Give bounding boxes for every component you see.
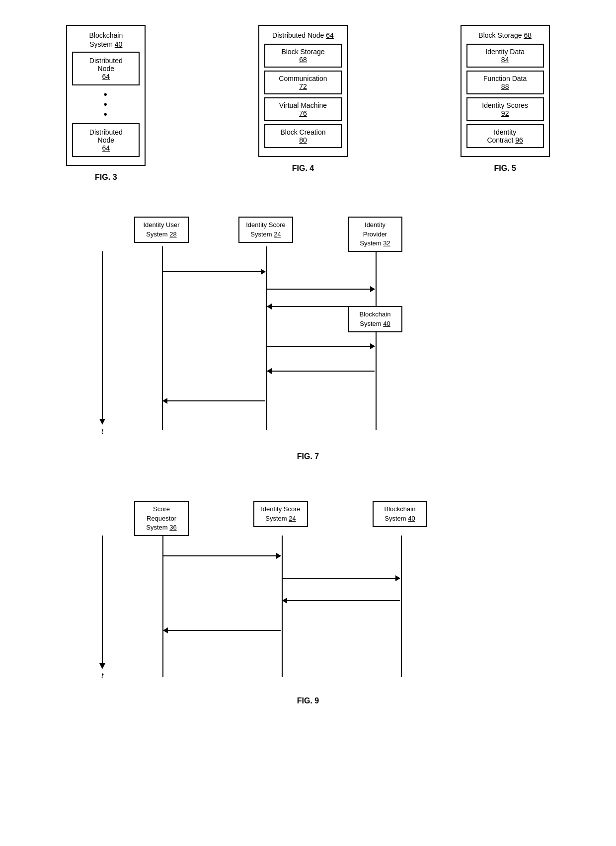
fig9-lifeline-bc: BlockchainSystem 40	[373, 501, 427, 527]
fig7-arrow-1-head	[261, 269, 266, 275]
fig7-arrow-2	[267, 289, 375, 290]
fig9-time-axis: t	[99, 536, 105, 680]
fig7-lifeline-ius: Identity UserSystem 28	[134, 217, 189, 242]
fig5-outer-title: Block Storage 68	[466, 31, 544, 40]
fig9-lifeline-iss: Identity ScoreSystem 24	[253, 501, 308, 527]
fig7-label: FIG. 7	[297, 452, 319, 461]
fig9-arrow-3	[283, 600, 400, 601]
fig7-time-axis: t	[99, 251, 105, 435]
fig4-box-3: Virtual Machine76	[264, 97, 342, 121]
fig3-dots: •••	[72, 89, 140, 119]
fig9-arrow-2-head	[395, 575, 400, 581]
fig7-arrow-5	[267, 371, 375, 372]
fig7-blockchain-box: BlockchainSystem 40	[348, 306, 402, 332]
fig7-arrow-3-head	[267, 304, 272, 309]
fig7-arrow-1	[163, 271, 265, 272]
fig5-box-1: Identity Data84	[466, 44, 544, 68]
fig7-vline-iss	[266, 246, 267, 430]
fig4-block: Distributed Node 64 Block Storage68 Comm…	[258, 25, 348, 173]
fig7-arrow-6	[163, 400, 265, 401]
fig5-box-2: Function Data88	[466, 71, 544, 94]
fig3-block: BlockchainSystem 40 DistributedNode64 ••…	[66, 25, 146, 182]
fig7-lifeline-iss: Identity ScoreSystem 24	[238, 217, 293, 242]
figures-row-top: BlockchainSystem 40 DistributedNode64 ••…	[10, 25, 606, 182]
fig5-label: FIG. 5	[494, 164, 516, 173]
fig7-arrow-4	[267, 346, 375, 347]
fig3-node1: DistributedNode64	[72, 52, 140, 85]
fig9-time-arrowhead	[99, 663, 105, 669]
fig5-outer-box: Block Storage 68 Identity Data84 Functio…	[461, 25, 550, 157]
fig7-time-label: t	[101, 427, 103, 435]
fig4-box-4: Block Creation80	[264, 124, 342, 148]
fig9-section: t ScoreRequestorSystem 36 Identity Score…	[10, 491, 606, 705]
fig5-block: Block Storage 68 Identity Data84 Functio…	[461, 25, 550, 173]
fig9-vline-iss	[282, 536, 283, 677]
fig7-time-arrowhead	[99, 419, 105, 425]
fig4-label: FIG. 4	[292, 164, 314, 173]
fig9-vline-sr	[162, 536, 163, 677]
fig7-arrow-6-head	[162, 398, 167, 404]
fig9-arrow-3-head	[282, 598, 287, 604]
fig9-diagram: t ScoreRequestorSystem 36 Identity Score…	[84, 491, 532, 690]
fig9-lifeline-sr: ScoreRequestorSystem 36	[134, 501, 189, 536]
fig7-diagram: t Identity UserSystem 28 Identity ScoreS…	[84, 207, 532, 445]
fig3-node2: DistributedNode64	[72, 123, 140, 157]
fig4-outer-title: Distributed Node 64	[264, 31, 342, 40]
fig9-vline-bc	[401, 536, 402, 677]
fig7-time-line	[102, 251, 103, 419]
fig9-arrow-4	[163, 630, 281, 631]
fig4-box-1: Block Storage68	[264, 44, 342, 68]
fig7-arrow-5-head	[267, 368, 272, 374]
fig9-arrow-1	[163, 555, 281, 556]
fig5-box-4: IdentityContract 96	[466, 124, 544, 148]
fig5-box-3: Identity Scores92	[466, 97, 544, 121]
fig7-vline-ips	[376, 246, 377, 430]
fig9-arrow-2	[283, 578, 400, 579]
fig9-label: FIG. 9	[297, 696, 319, 705]
fig9-time-line	[102, 536, 103, 663]
fig7-section: t Identity UserSystem 28 Identity ScoreS…	[10, 207, 606, 461]
fig7-arrow-4-head	[370, 343, 375, 349]
fig3-label: FIG. 3	[95, 173, 117, 182]
page: BlockchainSystem 40 DistributedNode64 ••…	[10, 25, 606, 705]
fig7-arrow-2-head	[370, 286, 375, 292]
fig7-lifeline-ips: IdentityProviderSystem 32	[348, 217, 402, 252]
fig3-outer-title: BlockchainSystem 40	[72, 31, 140, 49]
fig3-outer-box: BlockchainSystem 40 DistributedNode64 ••…	[66, 25, 146, 166]
fig9-arrow-4-head	[163, 627, 168, 633]
fig9-arrow-1-head	[276, 553, 281, 559]
fig4-box-2: Communication72	[264, 71, 342, 94]
fig4-outer-box: Distributed Node 64 Block Storage68 Comm…	[258, 25, 348, 157]
fig9-time-label: t	[101, 671, 103, 680]
